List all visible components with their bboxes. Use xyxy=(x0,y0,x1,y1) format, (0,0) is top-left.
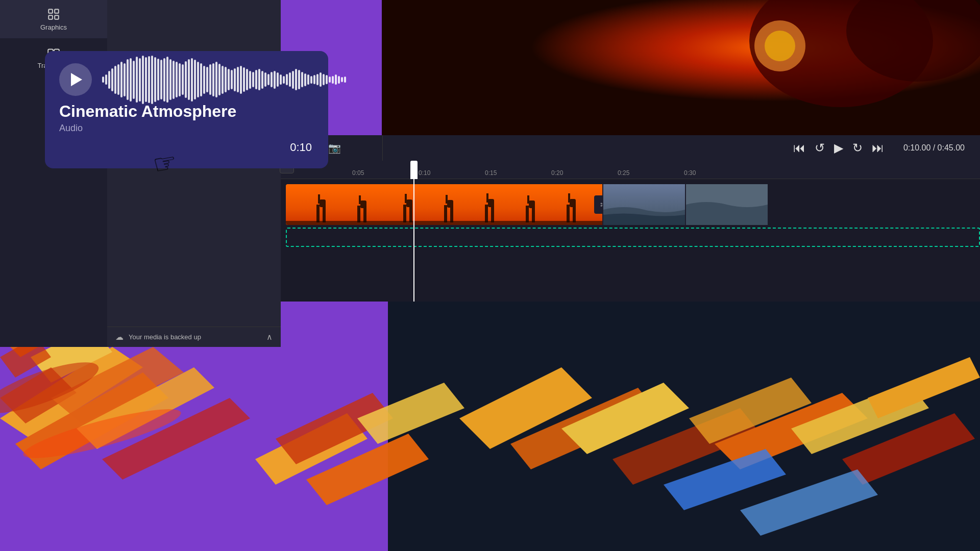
svg-rect-30 xyxy=(55,9,59,13)
svg-rect-48 xyxy=(359,195,361,204)
svg-rect-47 xyxy=(360,201,366,208)
audio-card: Cinematic Atmosphere Audio 0:10 xyxy=(45,51,328,168)
skip-back-button[interactable]: ⏮ xyxy=(793,141,805,155)
transport-bar: ⏮ ↺ ▶ ↻ ⏭ 0:10.00 / 0:45.00 xyxy=(382,135,980,161)
backup-status-text: Your media is backed up xyxy=(129,333,201,341)
svg-rect-31 xyxy=(48,15,53,19)
audio-play-button[interactable] xyxy=(59,63,92,96)
play-pause-button[interactable]: ▶ xyxy=(834,141,843,155)
audio-card-top xyxy=(59,63,314,96)
audio-title: Cinematic Atmosphere xyxy=(59,102,314,121)
audio-time: 0:10 xyxy=(290,141,312,154)
video-track[interactable]: ✂ xyxy=(281,184,980,225)
svg-rect-55 xyxy=(447,200,453,208)
ruler-mark-0: 0:05 xyxy=(352,169,364,177)
skip-forward-button[interactable]: ⏭ xyxy=(872,141,884,155)
svg-rect-59 xyxy=(488,199,494,207)
svg-rect-69 xyxy=(286,221,602,225)
snapshot-tool-button[interactable]: 📷 xyxy=(328,142,341,154)
segment-cut-icon[interactable]: ✂ xyxy=(594,195,602,214)
ruler-marks: 0:050:100:150:200:250:30 xyxy=(286,161,980,179)
ruler-mark-2: 0:15 xyxy=(485,169,497,177)
audio-subtitle: Audio xyxy=(59,123,314,134)
svg-rect-63 xyxy=(529,201,535,208)
transport-time: 0:10.00 / 0:45.00 xyxy=(903,143,965,153)
ruler-mark-5: 0:30 xyxy=(684,169,696,177)
sidebar-item-graphics[interactable]: Graphics xyxy=(0,0,107,38)
audio-info: Cinematic Atmosphere Audio xyxy=(59,102,314,134)
svg-rect-57 xyxy=(485,205,488,222)
video-segment-tertiary[interactable] xyxy=(685,184,767,225)
svg-rect-65 xyxy=(567,205,570,222)
video-segment-primary[interactable]: ✂ xyxy=(286,184,602,225)
svg-rect-64 xyxy=(527,195,529,204)
svg-rect-45 xyxy=(357,206,360,222)
svg-rect-61 xyxy=(526,206,529,222)
svg-rect-29 xyxy=(48,9,53,13)
svg-point-39 xyxy=(765,31,795,61)
playhead-handle[interactable] xyxy=(410,161,418,179)
ruler-mark-1: 0:10 xyxy=(419,169,430,177)
audio-track[interactable] xyxy=(281,228,980,247)
cursor-hand: ☞ xyxy=(151,146,180,180)
svg-rect-68 xyxy=(568,193,570,203)
audio-waveform xyxy=(102,63,346,96)
video-preview xyxy=(382,0,980,135)
rewind-button[interactable]: ↺ xyxy=(815,141,825,155)
svg-rect-67 xyxy=(570,199,576,207)
video-segment-secondary[interactable] xyxy=(602,184,684,225)
svg-rect-60 xyxy=(486,193,488,203)
svg-rect-49 xyxy=(403,205,406,222)
status-bar: ☁ Your media is backed up ∧ xyxy=(107,327,281,347)
ruler-mark-3: 0:20 xyxy=(551,169,563,177)
svg-rect-41 xyxy=(316,205,320,222)
timeline-ruler: 0:050:100:150:200:250:30 xyxy=(281,161,980,179)
svg-rect-32 xyxy=(55,15,59,19)
svg-rect-56 xyxy=(446,195,448,204)
timeline-tracks[interactable]: ✂ xyxy=(281,179,980,302)
svg-rect-44 xyxy=(318,194,320,204)
graphics-label: Graphics xyxy=(40,23,67,31)
audio-track-content xyxy=(286,228,980,247)
svg-rect-53 xyxy=(444,205,447,222)
ruler-mark-4: 0:25 xyxy=(618,169,629,177)
status-chevron-button[interactable]: ∧ xyxy=(266,332,273,342)
backup-icon: ☁ xyxy=(115,332,124,342)
playhead[interactable] xyxy=(413,179,414,302)
video-track-content: ✂ xyxy=(286,184,980,225)
svg-rect-52 xyxy=(405,194,407,203)
svg-rect-43 xyxy=(320,199,326,207)
preview-background xyxy=(382,0,980,135)
graphics-icon xyxy=(46,7,61,21)
svg-rect-51 xyxy=(406,199,412,207)
forward-button[interactable]: ↻ xyxy=(852,141,863,155)
